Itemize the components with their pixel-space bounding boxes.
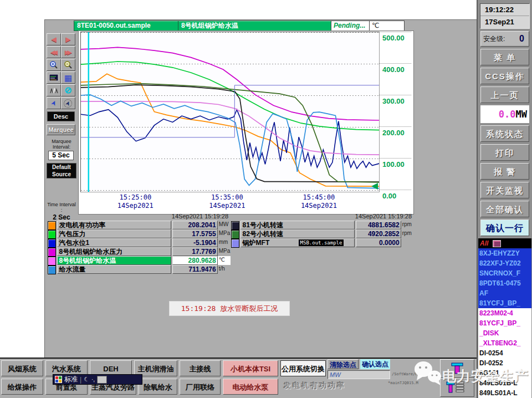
step-left-button[interactable]: ◀: [47, 33, 61, 45]
zoom-out-button[interactable]: [61, 59, 75, 71]
trend-tool-button-2[interactable]: [440, 378, 474, 397]
legend-row[interactable]: 81号小机转速4881.6582rpm: [231, 221, 414, 229]
alarm-item[interactable]: 8PDT61-0475: [478, 278, 531, 288]
confirm-point-button[interactable]: 确认选点: [360, 359, 390, 369]
alarm-item[interactable]: AF: [478, 288, 531, 298]
status-label: Pending...: [334, 22, 365, 29]
sidebar-action-button-3[interactable]: 开关监视: [480, 182, 529, 198]
ime-punct-icon[interactable]: ·,: [91, 376, 95, 382]
ime-fullwidth-icon[interactable]: ☾: [84, 376, 89, 383]
trend-view-button[interactable]: [47, 72, 61, 84]
page-button-r1-6[interactable]: 公用系统切换: [280, 360, 326, 376]
pen-value: 280.9628: [172, 256, 218, 265]
disable-button[interactable]: ⊘: [61, 84, 75, 96]
ime-language-bar[interactable]: 标准 | ☾ ·,: [53, 374, 142, 385]
selected-point-text: MW: [330, 371, 341, 378]
alarm-item[interactable]: DI-0252: [478, 358, 531, 368]
pen-name[interactable]: 锅炉MFTMSB.out.sample: [241, 238, 355, 247]
pointer-scan-button[interactable]: ➤: [61, 97, 75, 109]
alarm-item[interactable]: 81YCFJ_BP_: [478, 298, 531, 308]
pen-name[interactable]: 82号小机转速: [241, 229, 355, 238]
disable-icon: ⊘: [64, 86, 71, 95]
signals-button[interactable]: [47, 84, 61, 96]
pen-color-swatch: [48, 266, 56, 274]
pen-name[interactable]: 给水流量: [57, 265, 172, 274]
alarm-filter-icon[interactable]: [493, 240, 501, 247]
trend-tool-button-1[interactable]: [440, 359, 474, 378]
ime-keyboard-icon[interactable]: [97, 376, 107, 384]
sidebar-nav-button-1[interactable]: CCS操作: [480, 68, 529, 84]
sidebar-nav-button-2[interactable]: 上一页: [480, 86, 529, 103]
legend-row[interactable]: 给水流量711.9476t/h: [48, 265, 231, 274]
page-button-r2-4[interactable]: 厂用联络: [180, 379, 221, 395]
trend-tool-icon-1: [450, 362, 464, 375]
ime-logo-icon: [55, 376, 62, 383]
pen-unit: rpm: [401, 221, 414, 229]
alarm-item[interactable]: SNCRNOX_F: [478, 268, 531, 278]
alarm-item[interactable]: _XLT8ENG2_: [478, 338, 531, 348]
step-right-button[interactable]: ▶: [61, 33, 75, 45]
alarm-item[interactable]: 8XJ-EHYZZY: [478, 248, 531, 258]
confirm-row-button[interactable]: 确认一行: [480, 220, 529, 236]
marquee-interval-value[interactable]: 5 Sec: [48, 151, 74, 160]
pen-name[interactable]: 发电机有功功率: [57, 221, 172, 229]
table-view-button[interactable]: ▦: [61, 72, 75, 84]
selected-point-field[interactable]: MW: [328, 370, 390, 379]
desc-button[interactable]: Desc: [47, 111, 75, 121]
pen-name[interactable]: 8号机组锅炉给水压力: [57, 247, 172, 256]
x-tick-date: 14Sep2021: [283, 202, 355, 210]
alarm-item[interactable]: 81YCFJ_BP_: [478, 318, 531, 328]
legend-row[interactable]: 汽包水位1-5.1904mm: [48, 238, 231, 247]
sidebar-action-button-0[interactable]: 系统状态: [480, 125, 529, 142]
clear-point-button[interactable]: 清除选点: [328, 359, 359, 369]
pen-name[interactable]: 汽包压力: [57, 229, 172, 238]
sidebar-action-button-2[interactable]: 报 警: [480, 163, 529, 180]
legend-row[interactable]: 发电机有功功率208.2041MW: [48, 221, 231, 229]
alarm-item[interactable]: 849LS01A-L: [478, 388, 531, 398]
sidebar-action-button-4[interactable]: 全部确认: [480, 201, 529, 217]
alarm-filter-all[interactable]: All: [480, 239, 488, 247]
ime-mode-label[interactable]: 标准: [64, 375, 78, 384]
y-grid-stub: [379, 126, 411, 127]
page-button-r1-5[interactable]: 小机本体TSI: [223, 360, 278, 376]
alarm-item[interactable]: 822XFJ-YZ02: [478, 258, 531, 268]
page-button-r2-5[interactable]: 电动给水泵: [223, 379, 278, 395]
point-description-box[interactable]: 8号机组锅炉给水温: [178, 21, 332, 31]
page-button-r1-4[interactable]: 主接线: [180, 360, 221, 376]
legend-row[interactable]: 汽包压力17.5755MPa: [48, 229, 231, 238]
legend-row[interactable]: 8号机组锅炉给水压力17.7769MPa: [48, 247, 231, 256]
event-annotation-text: 15:19:28 放水管断裂后工况: [181, 304, 278, 313]
page-button-r2-0[interactable]: 给煤操作: [1, 379, 43, 395]
zoom-in-button[interactable]: [47, 59, 61, 71]
alarm-item[interactable]: 8G151: [478, 368, 531, 378]
page-button-r2-3[interactable]: 除氧给水: [139, 379, 177, 395]
legend-row[interactable]: 82号小机转速4920.2852rpm: [231, 229, 414, 238]
sidebar-nav-button-0[interactable]: 菜 单: [480, 49, 529, 65]
alarm-item[interactable]: 8223M02-4: [478, 308, 531, 318]
alarm-item[interactable]: DI-0254: [478, 348, 531, 358]
alarm-item[interactable]: 849LS01B-L: [478, 378, 531, 388]
y-grid-stub: [379, 158, 411, 159]
pen-name[interactable]: 8号机组锅炉给水温: [57, 256, 172, 265]
fast-left-icon: ◀◀: [50, 49, 57, 55]
fast-left-button[interactable]: ◀◀: [47, 46, 61, 58]
legend-row[interactable]: 锅炉MFTMSB.out.sample0.0000: [231, 238, 414, 247]
trend-toolbar: ◀ ▶ ◀◀ ▶▶ ▦ ⊘ ➤ ➤ Desc Marquee Marquee I…: [47, 33, 76, 221]
marquee-button[interactable]: Marquee: [47, 124, 75, 135]
point-tag-box[interactable]: 8TE01-0050.out.sample: [74, 21, 180, 31]
fast-right-button[interactable]: ▶▶: [61, 46, 75, 58]
sidebar-action-button-1[interactable]: 打印: [480, 144, 529, 161]
pen-color-swatch: [48, 221, 56, 230]
legend-row[interactable]: 8号机组锅炉给水温280.9628℃: [48, 256, 231, 265]
zoom-in-icon: [49, 60, 58, 69]
default-source-button[interactable]: Default Source: [47, 163, 76, 178]
time-interval-label: Time Interval :: [47, 202, 76, 213]
pointer-button[interactable]: ➤: [47, 97, 61, 109]
trend-plot-area[interactable]: [80, 32, 380, 192]
page-button-r1-0[interactable]: 风烟系统: [1, 360, 43, 376]
pen-name[interactable]: 汽包水位1: [57, 238, 172, 247]
pen-zero-marker-icon[interactable]: [371, 183, 378, 190]
power-point-label: 发电机有功功率: [284, 381, 346, 391]
alarm-item[interactable]: _DISK: [478, 328, 531, 338]
pen-name[interactable]: 81号小机转速: [241, 221, 355, 229]
